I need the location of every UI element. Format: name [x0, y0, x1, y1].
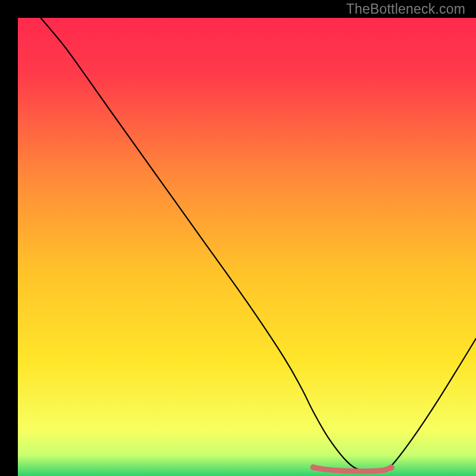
plot-area	[18, 18, 476, 476]
gradient-background	[18, 18, 476, 476]
watermark: TheBottleneck.com	[346, 1, 465, 17]
highlight-band-endpoint	[388, 465, 394, 471]
chart-frame	[9, 9, 467, 467]
highlight-band-endpoint	[310, 464, 316, 470]
